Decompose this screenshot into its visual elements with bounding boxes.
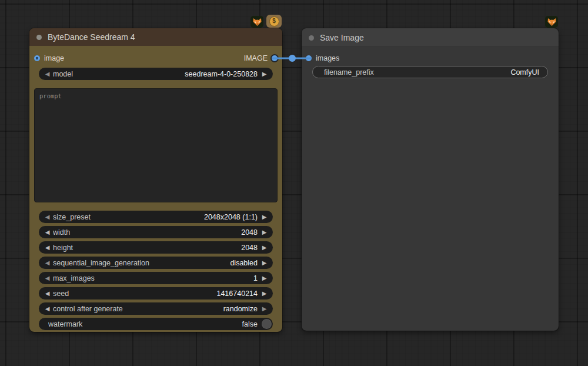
widget-width[interactable]: ◀ width 2048 ▶	[39, 226, 273, 238]
widget-height[interactable]: ◀ height 2048 ▶	[39, 241, 273, 254]
widget-label: width	[53, 228, 241, 237]
widget-value: 1416740214	[216, 290, 258, 298]
increment-arrow-icon[interactable]: ▶	[260, 214, 268, 220]
widget-label: watermark	[48, 320, 242, 328]
widget-value: 2048x2048 (1:1)	[204, 213, 258, 221]
widget-sequential-image-generation[interactable]: ◀ sequential_image_generation disabled ▶	[39, 257, 273, 269]
widget-label: model	[53, 70, 185, 78]
widget-value: 2048	[241, 244, 258, 252]
coin-dollar-icon: $	[269, 16, 279, 26]
input-slot-label: images	[316, 54, 339, 62]
decrement-arrow-icon[interactable]: ◀	[44, 229, 51, 235]
widget-value: ComfyUI	[510, 68, 539, 76]
widget-model[interactable]: ◀ model seedream-4-0-250828 ▶	[39, 68, 273, 80]
decrement-arrow-icon[interactable]: ◀	[44, 275, 51, 281]
node-badges: $	[250, 15, 282, 28]
slot-row: images	[302, 52, 559, 65]
node-badges	[545, 16, 558, 28]
increment-arrow-icon[interactable]: ▶	[260, 260, 268, 266]
fox-face-icon	[547, 18, 556, 26]
widget-value: 1	[253, 274, 258, 282]
input-port-icon[interactable]	[306, 55, 312, 61]
widget-value: seedream-4-0-250828	[185, 70, 258, 78]
widget-filename-prefix[interactable]: filename_prefix ComfyUI	[312, 66, 548, 78]
input-slot-images[interactable]: images	[306, 54, 339, 62]
widget-value: false	[242, 320, 258, 328]
decrement-arrow-icon[interactable]: ◀	[44, 245, 51, 251]
widget-label: height	[53, 244, 241, 252]
widget-size-preset[interactable]: ◀ size_preset 2048x2048 (1:1) ▶	[39, 211, 273, 223]
slot-row: image IMAGE	[29, 52, 282, 65]
decrement-arrow-icon[interactable]: ◀	[44, 306, 51, 312]
widget-label: max_images	[53, 274, 253, 282]
node-save-image[interactable]: Save Image images filename_prefix ComfyU…	[302, 28, 559, 331]
increment-arrow-icon[interactable]: ▶	[260, 291, 268, 297]
widget-value: 2048	[241, 228, 258, 237]
increment-arrow-icon[interactable]: ▶	[260, 306, 268, 312]
increment-arrow-icon[interactable]: ▶	[260, 71, 268, 77]
prompt-textarea[interactable]	[34, 88, 278, 202]
node-title: Save Image	[320, 33, 364, 42]
collapse-dot[interactable]	[36, 35, 42, 40]
widget-label: size_preset	[53, 213, 204, 221]
fox-badge-icon	[250, 16, 263, 28]
decrement-arrow-icon[interactable]: ◀	[44, 291, 51, 297]
widget-label: sequential_image_generation	[53, 259, 230, 267]
widget-seed[interactable]: ◀ seed 1416740214 ▶	[39, 287, 273, 300]
widget-max-images[interactable]: ◀ max_images 1 ▶	[39, 272, 273, 284]
decrement-arrow-icon[interactable]: ◀	[44, 214, 51, 220]
node-title: ByteDance Seedream 4	[48, 32, 135, 42]
toggle-knob[interactable]	[262, 319, 272, 329]
increment-arrow-icon[interactable]: ▶	[260, 245, 268, 251]
output-port-icon[interactable]	[272, 55, 278, 61]
widget-control-after-generate[interactable]: ◀ control after generate randomize ▶	[39, 302, 273, 315]
input-slot-label: image	[44, 54, 64, 62]
collapse-dot[interactable]	[309, 35, 314, 41]
money-badge-icon: $	[266, 15, 282, 28]
graph-canvas[interactable]: $ ByteDance Seedream 4 image IMAGE ◀ mod…	[0, 0, 588, 366]
node-header-save-image[interactable]: Save Image	[302, 28, 559, 47]
decrement-arrow-icon[interactable]: ◀	[44, 260, 51, 266]
widget-value: randomize	[223, 305, 258, 313]
input-port-icon[interactable]	[34, 55, 40, 61]
node-header-seedream[interactable]: ByteDance Seedream 4	[29, 28, 282, 46]
node-bytedance-seedream-4[interactable]: $ ByteDance Seedream 4 image IMAGE ◀ mod…	[29, 28, 282, 332]
widget-label: control after generate	[53, 305, 223, 313]
link-midpoint-dot[interactable]	[289, 55, 296, 62]
increment-arrow-icon[interactable]: ▶	[260, 229, 268, 235]
fox-face-icon	[253, 18, 262, 26]
widget-value: disabled	[230, 259, 258, 267]
widget-label: seed	[53, 290, 216, 298]
input-slot-image[interactable]: image	[34, 54, 64, 62]
output-slot-image[interactable]: IMAGE	[244, 54, 278, 62]
widget-watermark[interactable]: watermark false	[39, 318, 273, 330]
widget-label: filename_prefix	[324, 68, 510, 76]
fox-badge-icon	[545, 16, 558, 28]
decrement-arrow-icon[interactable]: ◀	[44, 71, 51, 77]
output-slot-label: IMAGE	[244, 54, 268, 62]
increment-arrow-icon[interactable]: ▶	[260, 275, 268, 281]
